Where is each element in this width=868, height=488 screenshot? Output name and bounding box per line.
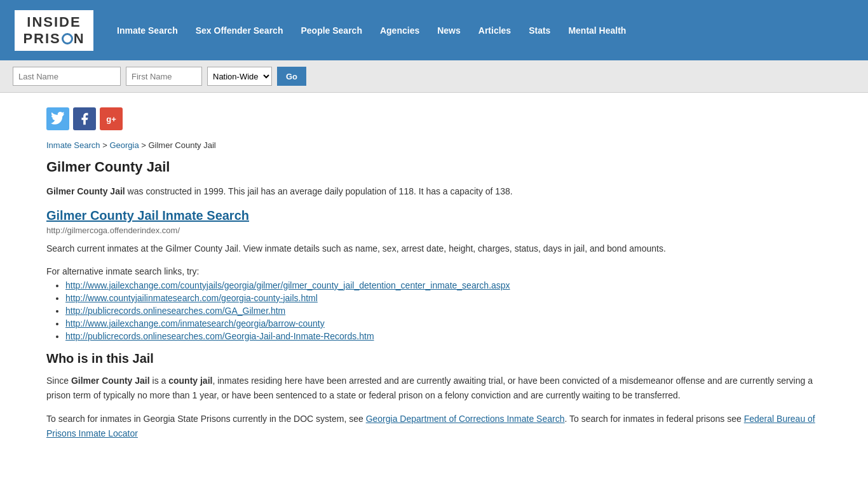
list-item: http://www.countyjailinmatesearch.com/ge… — [65, 293, 822, 303]
inmate-search-url: http://gilmercoga.offenderindex.com/ — [46, 226, 822, 235]
go-button[interactable]: Go — [277, 67, 306, 86]
logo-circle-icon — [62, 33, 73, 44]
alt-link-1[interactable]: http://www.jailexchange.com/countyjails/… — [65, 280, 510, 290]
alt-link-3[interactable]: http://publicrecords.onlinesearches.com/… — [65, 306, 285, 316]
who-jail-name: Gilmer County Jail — [71, 376, 150, 386]
nav-mental-health[interactable]: Mental Health — [559, 20, 635, 41]
location-select[interactable]: Nation-Wide — [207, 67, 272, 86]
logo-n: N — [74, 30, 85, 47]
nav-stats[interactable]: Stats — [520, 20, 559, 41]
breadcrumb-sep2: > — [141, 140, 148, 150]
breadcrumb: Inmate Search > Georgia > Gilmer County … — [46, 140, 822, 150]
last-name-input[interactable] — [13, 67, 121, 86]
nav-inmate-search[interactable]: Inmate Search — [108, 20, 187, 41]
nav-agencies[interactable]: Agencies — [371, 20, 428, 41]
who-text-part2: is a — [150, 376, 169, 386]
twitter-icon[interactable] — [46, 107, 69, 130]
who-title: Who is in this Jail — [46, 351, 822, 366]
breadcrumb-home[interactable]: Inmate Search — [46, 140, 100, 150]
breadcrumb-state[interactable]: Georgia — [109, 140, 139, 150]
breadcrumb-current: Gilmer County Jail — [148, 140, 215, 150]
list-item: http://publicrecords.onlinesearches.com/… — [65, 331, 822, 341]
logo-pr: PRIS — [23, 30, 60, 47]
alt-link-2[interactable]: http://www.countyjailinmatesearch.com/ge… — [65, 293, 318, 303]
first-name-input[interactable] — [126, 67, 202, 86]
logo-prison-text: PRISN — [23, 30, 85, 47]
nav-articles[interactable]: Articles — [470, 20, 520, 41]
who-text-part1: Since — [46, 376, 71, 386]
search-more-before: To search for inmates in Georgia State P… — [46, 414, 366, 424]
logo-inside-text: INSIDE — [27, 14, 81, 30]
google-plus-label: g+ — [106, 114, 116, 124]
list-item: http://publicrecords.onlinesearches.com/… — [65, 306, 822, 316]
search-bar: Nation-Wide Go — [0, 60, 868, 93]
gdoc-link[interactable]: Georgia Department of Corrections Inmate… — [366, 414, 565, 424]
logo[interactable]: INSIDE PRISN — [13, 8, 95, 53]
page-title: Gilmer County Jail — [46, 159, 822, 175]
alt-link-4[interactable]: http://www.jailexchange.com/inmatesearch… — [65, 318, 325, 329]
alt-links-intro: For alternative inmate search links, try… — [46, 266, 822, 276]
content-area: g+ Inmate Search > Georgia > Gilmer Coun… — [34, 93, 834, 460]
who-text: Since Gilmer County Jail is a county jai… — [46, 374, 822, 403]
nav-sex-offender[interactable]: Sex Offender Search — [187, 20, 292, 41]
list-item: http://www.jailexchange.com/inmatesearch… — [65, 318, 822, 329]
description-text: was constructed in 1999. This jail has a… — [125, 186, 513, 196]
nav-people-search[interactable]: People Search — [292, 20, 371, 41]
list-item: http://www.jailexchange.com/countyjails/… — [65, 280, 822, 290]
header: INSIDE PRISN Inmate Search Sex Offender … — [0, 0, 868, 60]
facebook-icon[interactable] — [73, 107, 96, 130]
who-county-jail: county jail — [168, 376, 212, 386]
alt-links-list: http://www.jailexchange.com/countyjails/… — [65, 280, 822, 341]
inmate-search-description: Search current inmates at the Gilmer Cou… — [46, 241, 822, 255]
nav-news[interactable]: News — [428, 20, 470, 41]
google-plus-icon[interactable]: g+ — [100, 107, 123, 130]
inmate-search-link[interactable]: Gilmer County Jail Inmate Search — [46, 208, 822, 223]
search-more-text: To search for inmates in Georgia State P… — [46, 412, 822, 441]
social-icons: g+ — [46, 107, 822, 130]
jail-description: Gilmer County Jail was constructed in 19… — [46, 184, 822, 198]
breadcrumb-sep1: > — [102, 140, 109, 150]
main-nav: Inmate Search Sex Offender Search People… — [108, 20, 868, 41]
alt-link-5[interactable]: http://publicrecords.onlinesearches.com/… — [65, 331, 374, 341]
jail-name-bold: Gilmer County Jail — [46, 186, 125, 196]
search-more-middle: . To search for inmates in federal priso… — [564, 414, 743, 424]
